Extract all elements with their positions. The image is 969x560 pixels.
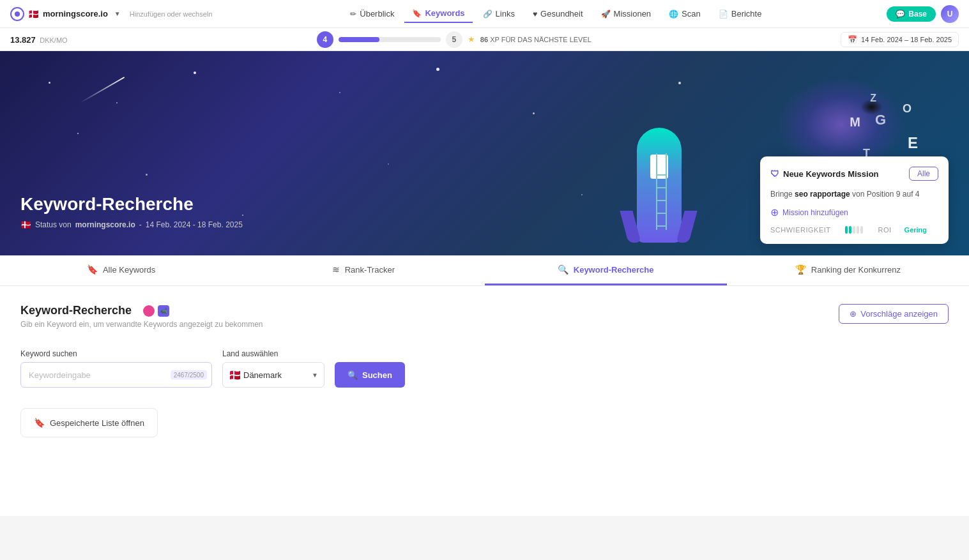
tab-rank-tracker[interactable]: ≋ Rank-Tracker	[242, 255, 484, 285]
calendar-icon: 📅	[848, 35, 857, 44]
nav-item-scan-label: Scan	[682, 9, 701, 19]
ladder-rail-right	[666, 153, 667, 230]
mission-add-button[interactable]: ⊕ Mission hinzufügen	[770, 206, 938, 218]
nav-item-missionen-label: Missionen	[614, 9, 652, 19]
nav-item-scan[interactable]: 🌐 Scan	[661, 5, 708, 22]
mission-card: 🛡 Neue Keywords Mission Alle Bringe seo …	[760, 156, 949, 244]
nav-right-area: 💬 Base U	[887, 5, 959, 23]
char-counter: 2467/2500	[171, 370, 207, 380]
current-level-badge: 4	[317, 31, 333, 48]
float-letter-o: O	[903, 102, 912, 116]
xp-star-icon: ★	[468, 34, 475, 44]
mission-card-header: 🛡 Neue Keywords Mission Alle	[770, 167, 938, 181]
mission-description: Bringe seo rapportage von Position 9 auf…	[770, 188, 938, 200]
float-letter-z: Z	[870, 93, 876, 104]
diff-bar-1	[845, 226, 848, 234]
alle-keywords-icon: 🔖	[87, 264, 98, 275]
tab-alle-keywords[interactable]: 🔖 Alle Keywords	[0, 255, 242, 285]
ladder-rung-2	[656, 213, 666, 214]
hero-date-range: 14 Feb. 2024 - 18 Feb. 2025	[146, 220, 243, 229]
keywords-icon: 🔖	[412, 9, 422, 18]
section-subtitle: Gib ein Keyword ein, um verwandte Keywor…	[20, 320, 263, 329]
tab-ranking-konkurrenz[interactable]: 🏆 Ranking der Konkurrenz	[727, 255, 969, 285]
hero-banner: O Z M G E T K A H Keyword-Recherche 🇩🇰 S…	[0, 51, 969, 255]
date-range-picker[interactable]: 📅 14 Feb. 2024 – 18 Feb. 2025	[841, 32, 959, 47]
search-button[interactable]: 🔍 Suchen	[335, 362, 405, 388]
ladder-rail-left	[656, 153, 657, 230]
hero-flag: 🇩🇰	[20, 220, 31, 230]
saved-list-label: Gespeicherte Liste öffnen	[50, 418, 144, 428]
ladder-rung-1	[656, 225, 666, 227]
nav-item-links-label: Links	[496, 9, 515, 19]
logo-icon	[10, 7, 24, 21]
nav-item-links[interactable]: 🔗 Links	[475, 5, 523, 22]
xp-progress-bar	[339, 37, 441, 42]
base-icon: 💬	[896, 10, 905, 19]
hero-dash: -	[139, 220, 142, 229]
country-field-group: Land auswählen 🇩🇰 Dänemark Deutschland Ö…	[222, 349, 324, 388]
mission-card-title-text: Neue Keywords Mission	[783, 169, 879, 179]
nav-item-berichte[interactable]: 📄 Berichte	[711, 5, 770, 22]
tab-keyword-recherche[interactable]: 🔍 Keyword-Recherche	[485, 255, 727, 285]
ladder-rung-5	[656, 174, 666, 176]
proposals-label: Vorschläge anzeigen	[860, 309, 938, 319]
brand-hint: Hinzufügen oder wechseln	[130, 10, 213, 18]
logo-area[interactable]: 🇩🇰 morningscore.io ▼ Hinzufügen oder wec…	[10, 7, 212, 21]
diff-bar-5	[860, 226, 863, 234]
section-badge-pink	[143, 305, 155, 317]
nav-item-gesundheit-label: Gesundheit	[540, 9, 583, 19]
tab-rank-tracker-label: Rank-Tracker	[345, 265, 395, 275]
country-field-label: Land auswählen	[222, 349, 324, 358]
plus-icon: ⊕	[770, 206, 779, 218]
alle-button[interactable]: Alle	[909, 167, 938, 181]
mission-footer: SCHWIERIGKEIT ROI Gering	[770, 226, 938, 234]
next-level-value: 5	[452, 35, 457, 44]
section-title-area: Keyword-Recherche 📹 Gib ein Keyword ein,…	[20, 304, 263, 329]
roi-label: ROI	[878, 226, 892, 234]
ueberblick-icon: ✏	[350, 10, 356, 19]
diff-bar-3	[853, 226, 855, 234]
saved-list-card[interactable]: 🔖 Gespeicherte Liste öffnen	[20, 408, 158, 437]
section-badge-blue: 📹	[158, 305, 169, 317]
diff-bar-2	[849, 226, 851, 234]
date-range-value: 14 Feb. 2024 – 18 Feb. 2025	[861, 36, 952, 43]
mission-shield-icon: 🛡	[770, 169, 779, 179]
keyword-recherche-icon: 🔍	[558, 264, 568, 275]
keyword-field-label: Keyword suchen	[20, 349, 212, 358]
proposals-plus-icon: ⊕	[850, 309, 857, 319]
top-navigation: 🇩🇰 morningscore.io ▼ Hinzufügen oder wec…	[0, 0, 969, 28]
mission-card-title: 🛡 Neue Keywords Mission	[770, 169, 879, 179]
revenue-unit: DKK/MO	[40, 36, 67, 44]
nav-item-berichte-label: Berichte	[731, 9, 762, 19]
nav-item-keywords[interactable]: 🔖 Keywords	[404, 4, 472, 23]
next-level-badge: 5	[446, 31, 462, 48]
section-title: Keyword-Recherche	[20, 304, 132, 317]
nav-links: ✏ Überblick 🔖 Keywords 🔗 Links ♥ Gesundh…	[225, 4, 887, 23]
hero-subtitle: 🇩🇰 Status von morningscore.io - 14 Feb. …	[20, 220, 243, 230]
brand-flag: 🇩🇰	[28, 9, 39, 19]
mission-to-position: 4	[915, 190, 920, 199]
ranking-konkurrenz-icon: 🏆	[795, 264, 806, 275]
proposals-button[interactable]: ⊕ Vorschläge anzeigen	[839, 304, 949, 324]
base-button[interactable]: 💬 Base	[887, 6, 936, 22]
tab-ranking-konkurrenz-label: Ranking der Konkurrenz	[811, 265, 901, 275]
xp-progress-fill	[339, 37, 379, 42]
berichte-icon: 📄	[719, 10, 728, 19]
nav-item-missionen[interactable]: 🚀 Missionen	[593, 5, 659, 22]
keyword-input-wrapper: 2467/2500	[20, 362, 212, 388]
gesundheit-icon: ♥	[533, 10, 537, 19]
revenue-value: 13.827	[10, 35, 36, 45]
nav-item-gesundheit[interactable]: ♥ Gesundheit	[525, 5, 591, 22]
xp-text: 86 XP FÜR DAS NÄCHSTE LEVEL	[480, 36, 591, 43]
tab-keyword-recherche-label: Keyword-Recherche	[574, 265, 654, 275]
schwierigkeit-label: SCHWIERIGKEIT	[770, 226, 831, 234]
hero-site-name: morningscore.io	[75, 220, 135, 229]
float-letter-e: E	[908, 134, 918, 152]
avatar[interactable]: U	[941, 5, 959, 23]
section-title-row: Keyword-Recherche 📹	[20, 304, 263, 317]
country-select[interactable]: Dänemark Deutschland Österreich Schweiz	[222, 362, 324, 388]
brand-dropdown-arrow[interactable]: ▼	[114, 10, 121, 17]
nav-item-ueberblick[interactable]: ✏ Überblick	[342, 5, 402, 22]
main-content: Keyword-Recherche 📹 Gib ein Keyword ein,…	[0, 286, 969, 516]
roi-value: Gering	[904, 226, 927, 234]
